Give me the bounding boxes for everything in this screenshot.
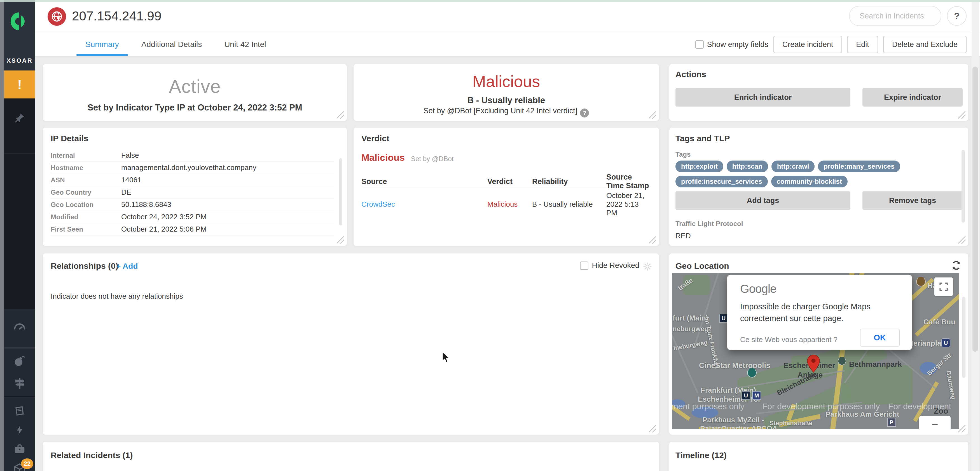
- lightning-icon: [14, 425, 25, 436]
- resize-handle[interactable]: [649, 236, 656, 244]
- table-divider: [361, 186, 651, 186]
- resize-handle[interactable]: [958, 236, 966, 244]
- relationships-empty-text: Indicator does not have any relationship…: [51, 292, 183, 301]
- tag-pill[interactable]: http:exploit: [675, 160, 723, 172]
- actions-title: Actions: [675, 70, 706, 79]
- ip-detail-row: Geo CountryDE: [51, 186, 333, 198]
- related-incidents-title: Related Incidents (1): [51, 450, 133, 460]
- pushpin-icon: [13, 112, 26, 124]
- verdict-card: Verdict Malicious Set by @DBot Source Ve…: [353, 127, 659, 246]
- ip-details-rows: InternalFalseHostnamemanagemental.dont.y…: [51, 149, 333, 236]
- card-scrollbar[interactable]: [339, 158, 342, 225]
- tlp-value: RED: [675, 232, 691, 240]
- sidebar-item-pinned[interactable]: [4, 112, 35, 124]
- restaurant-poi-icon[interactable]: [916, 277, 926, 286]
- ip-detail-value: DE: [121, 188, 333, 197]
- resize-handle[interactable]: [337, 236, 344, 244]
- sidebar-item-marketplace[interactable]: 22: [13, 463, 26, 471]
- sidebar-item-dashboard[interactable]: [13, 322, 26, 335]
- window-left-edge: [0, 0, 4, 471]
- sidebar-item-jobs[interactable]: [13, 443, 26, 456]
- sidebar-item-incidents[interactable]: !: [4, 70, 35, 98]
- xsoar-logo: XSOAR: [4, 0, 35, 70]
- add-tags-button[interactable]: Add tags: [675, 191, 850, 210]
- page-scrollbar-thumb[interactable]: [972, 67, 978, 352]
- tab-summary[interactable]: Summary: [74, 33, 130, 56]
- hide-revoked-label: Hide Revoked: [592, 261, 640, 270]
- help-icon[interactable]: ?: [580, 108, 589, 117]
- sidebar-item-threat-intel[interactable]: [13, 355, 26, 368]
- search-input[interactable]: [849, 6, 941, 26]
- transit-badge-p: P: [887, 418, 896, 427]
- verdict-table-rows: CrowdSecMaliciousB - Usually reliableOct…: [361, 191, 651, 217]
- sidebar-divider: [4, 153, 35, 154]
- tag-pill[interactable]: profile:many_services: [818, 160, 900, 172]
- create-incident-button[interactable]: Create incident: [773, 36, 842, 53]
- book-icon: [13, 405, 26, 417]
- ip-detail-row: First SeenOctober 21, 2022 5:06 PM: [51, 223, 333, 236]
- related-incidents-card: Related Incidents (1): [43, 441, 659, 471]
- sidebar-item-automation[interactable]: [13, 425, 26, 436]
- enrich-indicator-button[interactable]: Enrich indicator: [675, 88, 850, 106]
- transit-badge-u: U: [741, 391, 751, 400]
- status-value: Active: [43, 76, 347, 97]
- refresh-icon[interactable]: [951, 260, 961, 271]
- ip-indicator-icon: [48, 7, 66, 26]
- tag-pill[interactable]: profile:insecure_services: [675, 176, 768, 187]
- resize-handle[interactable]: [958, 111, 966, 119]
- mouse-cursor: [441, 351, 453, 364]
- ip-detail-row: ASN14061: [51, 174, 333, 186]
- tag-list: http:exploithttp:scanhttp:crawlprofile:m…: [675, 160, 953, 187]
- show-empty-fields-checkbox[interactable]: [695, 40, 704, 49]
- timestamp-cell: October 21, 2022 5:13 PM: [606, 191, 651, 217]
- add-relationship-link[interactable]: + Add: [116, 262, 138, 271]
- tab-unit-42-intel[interactable]: Unit 42 Intel: [213, 33, 277, 56]
- map-zoom-out-button[interactable]: −: [919, 415, 951, 429]
- cinema-poi-icon[interactable]: [747, 368, 757, 377]
- map-fullscreen-button[interactable]: [934, 278, 953, 296]
- page-scrollbar[interactable]: [972, 2, 979, 471]
- card-scrollbar[interactable]: [962, 297, 966, 378]
- ip-detail-label: Hostname: [51, 164, 121, 172]
- google-map[interactable]: traßefurt (Main)neburgwegIneburgwegIm Tr…: [672, 273, 959, 429]
- tag-pill[interactable]: community-blocklist: [771, 176, 848, 187]
- reliability-cell: B - Usually reliable: [532, 200, 606, 209]
- card-scrollbar[interactable]: [961, 150, 965, 223]
- dialog-ok-button[interactable]: OK: [860, 329, 900, 347]
- resize-handle[interactable]: [649, 425, 656, 432]
- resize-handle[interactable]: [958, 425, 966, 432]
- resize-handle[interactable]: [649, 111, 656, 119]
- page-title: 207.154.241.99: [72, 8, 162, 24]
- sidebar-item-playbooks[interactable]: [13, 405, 26, 417]
- tag-pill[interactable]: http:scan: [727, 160, 768, 172]
- tab-additional-details[interactable]: Additional Details: [130, 33, 213, 56]
- dialog-message: Impossible de charger Google Maps correc…: [740, 301, 901, 324]
- remove-tags-button[interactable]: Remove tags: [862, 191, 963, 210]
- fullscreen-icon: [939, 282, 948, 292]
- tag-pill[interactable]: http:crawl: [772, 160, 815, 172]
- signpost-icon: [13, 377, 26, 390]
- sidebar-item-indicators[interactable]: [13, 377, 26, 390]
- transit-badge-u: U: [941, 338, 950, 347]
- ip-detail-row: ModifiedOctober 24, 2022 3:52 PM: [51, 211, 333, 223]
- edit-button[interactable]: Edit: [847, 36, 878, 53]
- xsoar-logo-text: XSOAR: [4, 57, 35, 64]
- sidebar-group-threat-intel: [4, 348, 35, 396]
- tabs: SummaryAdditional DetailsUnit 42 Intel: [74, 33, 277, 56]
- gear-icon[interactable]: [643, 262, 652, 271]
- geo-location-title: Geo Location: [675, 261, 729, 271]
- speedometer-icon: [13, 322, 26, 335]
- park-poi-icon[interactable]: [838, 357, 846, 365]
- expire-indicator-button[interactable]: Expire indicator: [862, 88, 963, 106]
- hide-revoked-checkbox[interactable]: [580, 262, 589, 270]
- ip-detail-label: Internal: [51, 152, 121, 159]
- resize-handle[interactable]: [337, 111, 344, 119]
- delete-and-exclude-button[interactable]: Delete and Exclude: [883, 36, 967, 53]
- help-button[interactable]: ?: [947, 6, 967, 26]
- source-link[interactable]: CrowdSec: [361, 200, 487, 209]
- ip-detail-label: Geo Country: [51, 189, 121, 196]
- google-logo-text: Google: [740, 282, 776, 296]
- ip-detail-value: 14061: [121, 176, 333, 184]
- verdict-table-row: CrowdSecMaliciousB - Usually reliableOct…: [361, 191, 651, 217]
- ip-details-title: IP Details: [51, 134, 89, 143]
